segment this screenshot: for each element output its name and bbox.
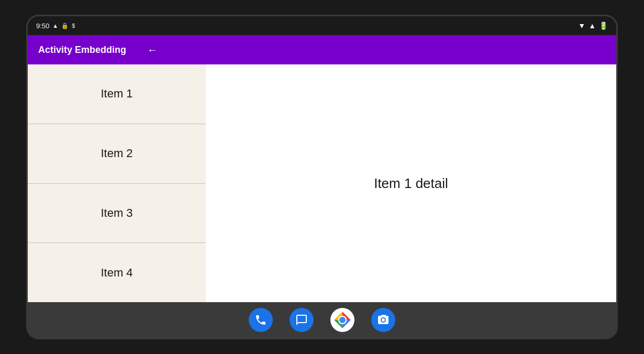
nav-phone-button[interactable] <box>249 308 273 332</box>
back-button[interactable]: ← <box>147 44 158 56</box>
list-item-1[interactable]: Item 1 <box>28 64 206 124</box>
battery-icon: 🔋 <box>599 21 608 30</box>
list-item-3[interactable]: Item 3 <box>28 184 206 244</box>
time-display: 9:50 <box>36 22 49 30</box>
nav-camera-button[interactable] <box>371 308 395 332</box>
list-item-2[interactable]: Item 2 <box>28 124 206 184</box>
notification-icon-b: 🔒 <box>61 23 69 29</box>
wifi-icon: ▼ <box>578 21 585 30</box>
nav-bar <box>28 302 616 338</box>
app-bar: Activity Embedding ← <box>28 35 616 64</box>
signal-icon: ▲ <box>589 21 596 30</box>
status-bar: 9:50 ▲ 🔒 $ ▼ ▲ 🔋 <box>28 16 616 35</box>
main-content: Item 1 Item 2 Item 3 Item 4 Item 1 detai… <box>28 64 616 302</box>
status-left: 9:50 ▲ 🔒 $ <box>36 22 75 30</box>
list-item-4[interactable]: Item 4 <box>28 243 206 302</box>
detail-panel: Item 1 detail <box>206 64 616 302</box>
svg-point-3 <box>339 317 346 323</box>
app-title: Activity Embedding <box>38 45 126 56</box>
nav-chrome-button[interactable] <box>330 308 354 332</box>
status-right: ▼ ▲ 🔋 <box>578 21 608 30</box>
tablet-frame: 9:50 ▲ 🔒 $ ▼ ▲ 🔋 Activity Embedding ← It… <box>26 15 618 339</box>
list-panel: Item 1 Item 2 Item 3 Item 4 <box>28 64 206 302</box>
nav-messages-button[interactable] <box>290 308 314 332</box>
notification-icon-c: $ <box>72 23 75 29</box>
notification-icon-a: ▲ <box>52 23 58 29</box>
detail-text: Item 1 detail <box>374 175 448 192</box>
